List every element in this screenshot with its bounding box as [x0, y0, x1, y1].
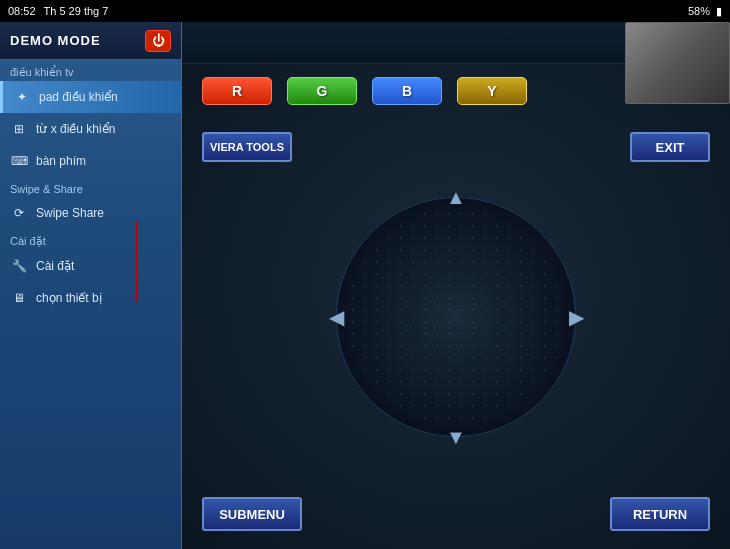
sidebar-label-tux: từ x điều khiển: [36, 122, 115, 136]
thumbnail-preview: [625, 22, 730, 104]
grid-icon: ⊞: [10, 120, 28, 138]
dpad-container: ▲ ▼ ◀ ▶: [316, 177, 596, 457]
sidebar: DEMO MODE ⏻ điều khiển tv ✦ pad điều khi…: [0, 22, 182, 549]
yellow-button[interactable]: Y: [457, 77, 527, 105]
sidebar-label-banphim: bàn phím: [36, 154, 86, 168]
cursor-indicator: [136, 222, 138, 302]
battery-percent: 58%: [688, 5, 710, 17]
power-icon: ⏻: [152, 33, 165, 48]
sidebar-item-swipe-share[interactable]: ⟳ Swipe Share: [0, 197, 181, 229]
viera-tools-button[interactable]: VIERA TOOLS: [202, 132, 292, 162]
sidebar-item-chon-thiet-bi[interactable]: 🖥 chọn thiết bị: [0, 282, 181, 314]
wrench-icon: 🔧: [10, 257, 28, 275]
sidebar-label-pad: pad điều khiển: [39, 90, 118, 104]
dpad-down-button[interactable]: ▼: [441, 422, 471, 452]
section-label-dieu-khien: điều khiển tv: [0, 60, 181, 81]
sidebar-item-ban-phim[interactable]: ⌨ bàn phím: [0, 145, 181, 177]
status-left: 08:52 Th 5 29 thg 7: [8, 5, 108, 17]
power-button[interactable]: ⏻: [145, 30, 171, 52]
monitor-icon: 🖥: [10, 289, 28, 307]
status-time: 08:52: [8, 5, 36, 17]
dpad-up-button[interactable]: ▲: [441, 182, 471, 212]
sidebar-label-swipe: Swipe Share: [36, 206, 104, 220]
status-bar: 08:52 Th 5 29 thg 7 58% ▮: [0, 0, 730, 22]
bottom-buttons: SUBMENU RETURN: [182, 497, 730, 531]
sidebar-label-caidat: Cài đặt: [36, 259, 74, 273]
sidebar-item-cai-dat[interactable]: 🔧 Cài đặt: [0, 250, 181, 282]
swipe-icon: ⟳: [10, 204, 28, 222]
sidebar-item-pad-dieu-khien[interactable]: ✦ pad điều khiển: [0, 81, 181, 113]
main-area: ℹ ▭ R G B Y VIERA TOOLS EXIT ▲ ▼ ◀ ▶: [182, 22, 730, 549]
sidebar-item-tu-x[interactable]: ⊞ từ x điều khiển: [0, 113, 181, 145]
red-button[interactable]: R: [202, 77, 272, 105]
dpad-left-button[interactable]: ◀: [321, 302, 351, 332]
app-title: DEMO MODE: [10, 33, 101, 48]
color-buttons: R G B Y: [202, 77, 527, 105]
green-button[interactable]: G: [287, 77, 357, 105]
blue-button[interactable]: B: [372, 77, 442, 105]
submenu-button[interactable]: SUBMENU: [202, 497, 302, 531]
return-button[interactable]: RETURN: [610, 497, 710, 531]
status-right: 58% ▮: [688, 5, 722, 18]
dpad-background: [336, 197, 576, 437]
keyboard-icon: ⌨: [10, 152, 28, 170]
pad-icon: ✦: [13, 88, 31, 106]
sidebar-label-chon: chọn thiết bị: [36, 291, 102, 305]
battery-icon: ▮: [716, 5, 722, 18]
dpad-right-button[interactable]: ▶: [561, 302, 591, 332]
section-label-caidat: Cài đặt: [0, 229, 181, 250]
status-day: Th 5 29 thg 7: [44, 5, 109, 17]
app-header: DEMO MODE ⏻: [0, 22, 181, 60]
exit-button[interactable]: EXIT: [630, 132, 710, 162]
section-label-swipe: Swipe & Share: [0, 177, 181, 197]
